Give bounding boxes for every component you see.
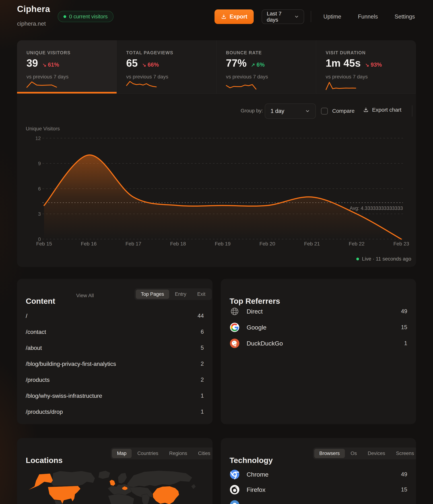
browser-row-count: 49: [401, 471, 407, 478]
content-tab-entry[interactable]: Entry: [170, 290, 191, 299]
map-usa-highlight: [48, 486, 80, 504]
referrer-row-name: Direct: [247, 308, 401, 315]
trend-down-icon: ↘: [142, 62, 146, 68]
stat-delta: ↘93%: [365, 62, 382, 68]
current-visitors-label: 0 current visitors: [69, 14, 108, 20]
stat-label: UNIQUE VISITORS: [26, 50, 70, 55]
export-button[interactable]: Export: [215, 9, 254, 24]
svg-text:6: 6: [38, 186, 41, 191]
stat-card-visit-duration[interactable]: VISIT DURATION1m 45s↘93%vs previous 7 da…: [316, 40, 416, 93]
stat-delta-value: 93%: [371, 62, 382, 68]
page-row[interactable]: /products/drop1: [26, 404, 204, 420]
chevron-down-icon: [294, 14, 299, 19]
referrer-row[interactable]: Google15: [230, 319, 407, 335]
locations-tab-cities[interactable]: Cities: [193, 449, 213, 458]
referrer-row[interactable]: Direct49: [230, 303, 407, 319]
page-path: /about: [26, 345, 42, 351]
download-icon: [363, 107, 369, 113]
chrome-icon: [230, 469, 240, 479]
map-canada: [51, 471, 95, 486]
browser-row[interactable]: Chrome49: [230, 467, 407, 482]
app-title: Ciphera: [17, 4, 50, 14]
stat-card-total-pageviews[interactable]: TOTAL PAGEVIEWS65↘66%vs previous 7 days: [117, 40, 216, 93]
stat-delta-value: 6%: [257, 62, 265, 68]
svg-text:Feb 15: Feb 15: [36, 241, 52, 247]
content-title: Content: [26, 297, 55, 306]
page-path: /blog/building-privacy-first-analytics: [26, 360, 116, 367]
live-dot-icon: [63, 15, 66, 18]
content-rows: /44/contact6/about5/blog/building-privac…: [26, 308, 204, 420]
technology-tab-devices[interactable]: Devices: [363, 449, 390, 458]
current-visitors-badge[interactable]: 0 current visitors: [58, 11, 113, 22]
group-by-select[interactable]: 1 day: [265, 103, 316, 119]
page-path: /blog/why-swiss-infrastructure: [26, 393, 102, 399]
stat-card-unique-visitors[interactable]: UNIQUE VISITORS39↘61%vs previous 7 days: [17, 40, 117, 93]
duckduckgo-icon: [230, 338, 240, 348]
locations-tab-map[interactable]: Map: [112, 449, 132, 458]
svg-text:Feb 19: Feb 19: [215, 241, 230, 247]
content-tab-top-pages[interactable]: Top Pages: [136, 290, 169, 299]
nav-item-settings[interactable]: Settings: [395, 13, 415, 20]
page-row[interactable]: /blog/why-swiss-infrastructure1: [26, 388, 204, 404]
firefox-icon: [230, 485, 240, 495]
globe-icon: [230, 306, 240, 316]
compare-checkbox[interactable]: [321, 108, 328, 115]
sparkline: [325, 80, 357, 91]
browser-row[interactable]: [230, 497, 407, 504]
browser-row[interactable]: Firefox15: [230, 482, 407, 497]
page-row[interactable]: /about5: [26, 340, 204, 356]
trend-down-icon: ↘: [42, 62, 46, 68]
technology-tabs: BrowsersOsDevicesScreens: [313, 448, 416, 459]
stat-value: 39: [26, 57, 38, 69]
stat-card-bounce-rate[interactable]: BOUNCE RATE77%↗6%vs previous 7 days: [216, 40, 316, 93]
chevron-down-icon: [305, 108, 310, 114]
chart-controls: Group by: 1 day Compare Export chart: [17, 103, 416, 119]
page-row[interactable]: /44: [26, 308, 204, 324]
page-row[interactable]: /contact6: [26, 324, 204, 340]
page-count: 1: [201, 408, 204, 415]
view-all-link[interactable]: View All: [76, 293, 94, 298]
dashboard-root: Ciphera 0 current visitors ciphera.net E…: [0, 0, 433, 504]
date-range-select[interactable]: Last 7 days: [262, 9, 304, 24]
content-panel: Content View All Top PagesEntryExit /44/…: [17, 279, 213, 424]
stat-compare-label: vs previous 7 days: [26, 74, 69, 80]
locations-panel: Locations MapCountriesRegionsCities: [17, 438, 213, 504]
nav-item-uptime[interactable]: Uptime: [323, 13, 341, 20]
technology-tab-screens[interactable]: Screens: [391, 449, 416, 458]
referrer-row[interactable]: DuckDuckGo1: [230, 335, 407, 351]
stat-compare-label: vs previous 7 days: [226, 74, 268, 80]
sparkline: [26, 80, 58, 91]
svg-text:9: 9: [38, 161, 41, 166]
page-count: 2: [201, 360, 204, 367]
export-chart-button[interactable]: Export chart: [363, 107, 401, 113]
svg-text:Avg: 4.33333333333333: Avg: 4.33333333333333: [350, 206, 403, 211]
locations-tab-countries[interactable]: Countries: [132, 449, 164, 458]
map-uk-highlight: [110, 480, 115, 486]
referrer-row-name: Google: [247, 324, 401, 331]
technology-tab-os[interactable]: Os: [346, 449, 362, 458]
stat-value-row: 77%↗6%: [226, 57, 265, 69]
stat-value: 77%: [226, 57, 247, 69]
nav-item-funnels[interactable]: Funnels: [358, 13, 378, 20]
locations-tab-regions[interactable]: Regions: [164, 449, 192, 458]
page-row[interactable]: /blog/building-privacy-first-analytics2: [26, 356, 204, 372]
page-path: /contact: [26, 329, 46, 335]
world-map: [17, 464, 213, 504]
svg-text:Feb 17: Feb 17: [125, 241, 141, 247]
page-row[interactable]: /products2: [26, 372, 204, 388]
analytics-panel: UNIQUE VISITORS39↘61%vs previous 7 daysT…: [17, 40, 416, 267]
content-tab-exit[interactable]: Exit: [192, 290, 210, 299]
map-greenland: [98, 471, 110, 479]
download-icon: [221, 14, 227, 20]
stat-value-row: 1m 45s↘93%: [326, 57, 382, 69]
browser-row-name: Chrome: [247, 471, 401, 478]
page-count: 2: [201, 377, 204, 383]
stat-delta: ↗6%: [251, 62, 265, 68]
map-mexico: [54, 500, 66, 504]
technology-tab-browsers[interactable]: Browsers: [314, 449, 345, 458]
sparkline: [125, 80, 157, 91]
export-button-label: Export: [230, 13, 247, 20]
content-tabs: Top PagesEntryExit: [135, 288, 212, 300]
visitors-area-chart[interactable]: Unique Visitors036912Avg: 4.333333333333…: [17, 125, 416, 252]
svg-text:Feb 23: Feb 23: [393, 241, 409, 247]
